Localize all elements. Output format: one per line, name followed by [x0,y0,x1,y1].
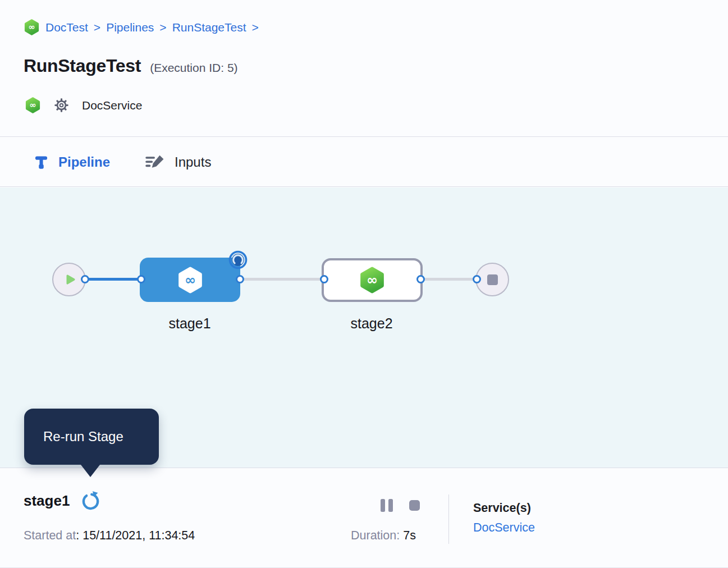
breadcrumb-pipeline-name[interactable]: RunStageTest [172,21,246,34]
breadcrumb-separator: > [159,21,166,34]
rerun-stage-button[interactable] [80,491,101,511]
play-icon [63,272,77,287]
started-at-label: Started at [24,529,76,542]
tab-bar: Pipeline Inputs [0,138,728,187]
started-at: Started at: 15/11/2021, 11:34:54 [24,529,195,543]
services-link[interactable]: DocService [473,521,535,535]
tab-inputs[interactable]: Inputs [145,138,211,187]
edge-stage1-stage2 [240,278,324,281]
connector-dot [137,275,145,283]
app-logo-icon: ∞ [24,19,40,35]
tab-inputs-label: Inputs [175,154,211,170]
infinity-glyph: ∞ [29,100,36,109]
breadcrumb-project[interactable]: DocTest [45,21,88,34]
stage1-hexagon-icon: ∞ [177,267,204,294]
stage2-hexagon-icon: ∞ [359,267,386,294]
duration-label: Duration: [351,529,400,542]
stop-button[interactable] [409,500,420,511]
tooltip-arrow [81,465,100,477]
tab-pipeline[interactable]: Pipeline [34,138,110,187]
stage2-node[interactable]: ∞ [322,258,423,302]
pipeline-icon [34,154,49,171]
started-at-value: : 15/11/2021, 11:34:54 [76,529,195,542]
rerun-stage-tooltip-label: Re-run Stage [43,429,123,445]
breadcrumb-separator: > [252,21,259,34]
rerun-stage-tooltip: Re-run Stage [24,409,159,465]
stage1-node[interactable]: ∞ [140,258,240,302]
service-row: ∞ DocService [25,97,142,113]
infinity-glyph: ∞ [367,272,378,288]
breadcrumb-separator: > [94,21,100,34]
stage1-running-spinner [228,250,248,269]
duration: Duration: 7s [351,529,416,543]
footer-stage-name: stage1 [24,492,70,510]
footer-divider [448,494,449,544]
page-title: RunStageTest [24,56,141,76]
tab-pipeline-label: Pipeline [58,154,110,170]
connector-dot [236,275,244,283]
gear-icon[interactable] [54,98,69,113]
services-label: Service(s) [473,501,531,515]
edge-start-stage1 [85,278,141,281]
page-header: ∞ DocTest > Pipelines > RunStageTest > R… [0,0,728,137]
stage1-label: stage1 [156,315,223,332]
duration-value: 7s [403,529,416,542]
connector-dot [416,275,425,283]
harness-logo-icon: ∞ [25,97,41,113]
connector-dot [320,275,328,283]
execution-footer: stage1 Started at: 15/11/2021, 11:34:54 … [0,468,728,568]
stage2-label: stage2 [338,315,405,332]
edge-stage2-end [421,278,477,281]
breadcrumb: ∞ DocTest > Pipelines > RunStageTest > [24,19,259,35]
connector-dot [473,275,481,283]
infinity-glyph: ∞ [185,272,196,288]
execution-controls [381,499,420,512]
infinity-glyph: ∞ [28,22,35,31]
breadcrumb-pipelines[interactable]: Pipelines [106,21,154,34]
service-name: DocService [82,99,142,112]
execution-id: (Execution ID: 5) [150,61,237,75]
stop-icon [487,274,498,285]
title-row: RunStageTest (Execution ID: 5) [24,56,238,76]
inputs-edit-icon [145,154,165,171]
pause-button[interactable] [381,499,393,512]
pipeline-execution-page: ∞ DocTest > Pipelines > RunStageTest > R… [0,0,728,568]
connector-dot [81,275,89,283]
